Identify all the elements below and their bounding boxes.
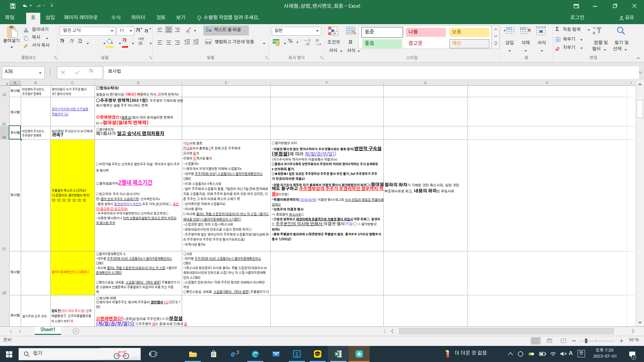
- svg-text:e: e: [231, 350, 235, 358]
- svg-text:≠: ≠: [334, 32, 336, 36]
- svg-text:ㅎ: ㅎ: [592, 32, 596, 35]
- svg-text:가: 가: [186, 30, 190, 34]
- svg-text:←.0: ←.0: [305, 39, 310, 42]
- svg-text:.00: .00: [315, 39, 319, 42]
- svg-text:.00: .00: [305, 43, 310, 46]
- svg-text:ㄱ: ㄱ: [592, 27, 596, 31]
- svg-text:→.0: →.0: [315, 43, 321, 46]
- svg-text:TALK: TALK: [316, 353, 320, 355]
